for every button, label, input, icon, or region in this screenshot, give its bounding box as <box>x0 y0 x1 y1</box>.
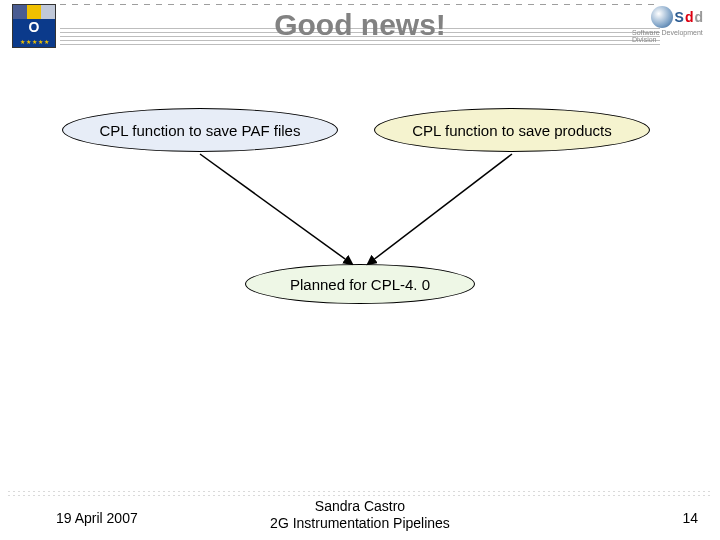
footer-rule-b <box>8 495 712 496</box>
node-bottom: Planned for CPL-4. 0 <box>245 264 475 304</box>
footer-group: 2G Instrumentation Pipelines <box>0 515 720 532</box>
node-left-label: CPL function to save PAF files <box>100 122 301 139</box>
header: O ★★★★★ Sdd Software Development Divisio… <box>0 0 720 58</box>
node-right: CPL function to save products <box>374 108 650 152</box>
slide-title: Good news! <box>0 8 720 42</box>
footer-rule-a <box>8 491 712 492</box>
footer-page-number: 14 <box>682 510 698 526</box>
arrow-left-icon <box>200 154 352 264</box>
footer-author: Sandra Castro <box>0 498 720 515</box>
slide: O ★★★★★ Sdd Software Development Divisio… <box>0 0 720 540</box>
node-left: CPL function to save PAF files <box>62 108 338 152</box>
arrow-right-icon <box>368 154 512 264</box>
node-right-label: CPL function to save products <box>412 122 612 139</box>
node-bottom-label: Planned for CPL-4. 0 <box>290 276 430 293</box>
footer-center: Sandra Castro 2G Instrumentation Pipelin… <box>0 498 720 532</box>
header-rule <box>60 4 660 5</box>
